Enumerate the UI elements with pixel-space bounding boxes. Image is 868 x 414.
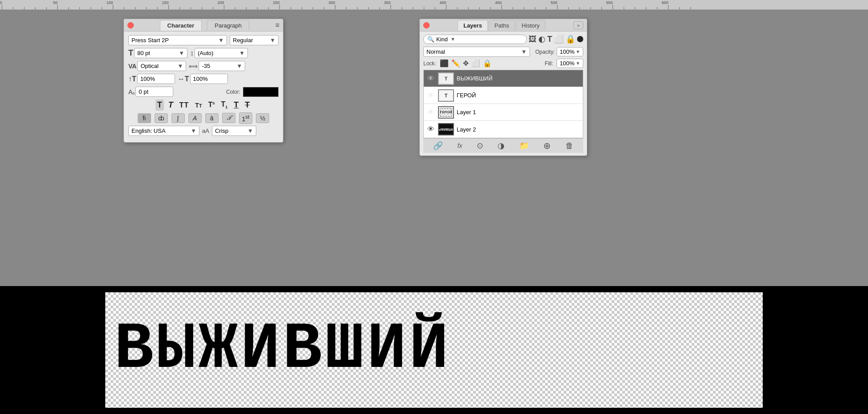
ruler: 050100150200250300350400450500550600 [0, 0, 868, 10]
canvas-area: ВЫЖИВШИЙ [0, 10, 868, 414]
big-text-display: ВЫЖИВШИЙ [0, 286, 868, 414]
canvas-text: ВЫЖИВШИЙ [105, 317, 460, 383]
ruler-marks: 050100150200250300350400450500550600 [0, 0, 868, 9]
text-canvas-container: ВЫЖИВШИЙ [105, 292, 763, 408]
